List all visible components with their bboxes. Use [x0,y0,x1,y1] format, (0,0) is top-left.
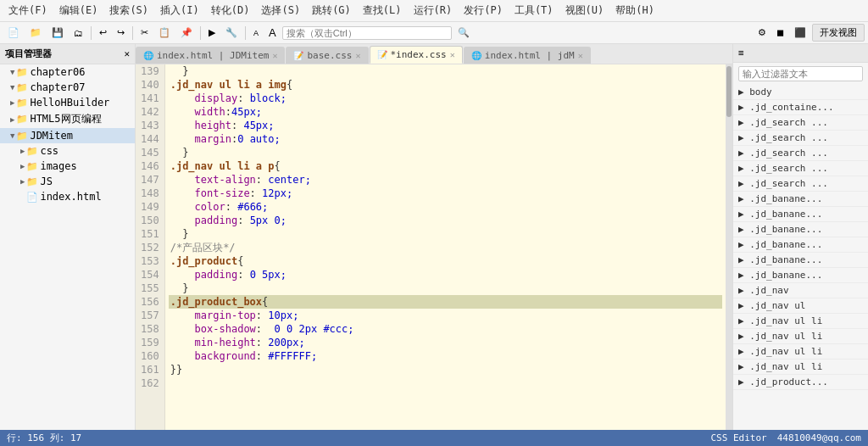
code-line[interactable]: padding: 5px 0; [169,214,722,227]
toolbar-run[interactable]: ▶ [204,25,220,41]
toolbar-copy[interactable]: 📋 [154,25,175,41]
right-panel-item[interactable]: ▶ .jd_nav ul li [733,360,868,375]
right-panel-item[interactable]: ▶ .jd_search ... [733,176,868,192]
toolbar-cut[interactable]: ✂ [136,25,153,41]
right-panel-item[interactable]: ▶ .jd_search ... [733,146,868,161]
menu-run[interactable]: 运行(R) [409,2,458,20]
sidebar-close-icon[interactable]: ✕ [124,48,130,59]
right-panel-item[interactable]: ▶ .jd_banane... [733,253,868,268]
code-line[interactable]: .jd_product{ [169,254,722,268]
menu-jump[interactable]: 跳转(G) [307,2,356,20]
toolbar-extra3[interactable]: ⬛ [790,25,810,41]
right-panel-item[interactable]: ▶ .jd_nav ul [733,298,868,314]
code-line[interactable]: margin:0 auto; [169,132,722,146]
menu-convert[interactable]: 转化(D) [206,2,255,20]
menu-file[interactable]: 文件(F) [3,2,53,20]
code-line[interactable]: background: #FFFFFF; [169,349,722,363]
right-panel-filter-input[interactable] [738,66,863,81]
toolbar-open[interactable]: 📁 [25,25,46,41]
menu-search[interactable]: 搜索(S) [104,2,153,20]
tab-1[interactable]: 📝 base.css ✕ [286,47,368,64]
toolbar-save-all[interactable]: 🗂 [70,25,87,41]
search-input[interactable] [282,26,452,40]
toolbar-extra1[interactable]: ⚙ [754,25,771,41]
scroll-thumb[interactable] [726,66,732,117]
status-right: CSS Editor 44810049@qq.com [710,432,861,443]
toolbar-debug[interactable]: 🔧 [221,25,242,41]
code-line[interactable]: box-shadow: 0 0 2px #ccc; [169,322,722,336]
tab-0[interactable]: 🌐 index.html | JDMitem ✕ [136,47,285,64]
right-panel-item[interactable]: ▶ .jd_nav ul li [733,329,868,344]
tab-close-1[interactable]: ✕ [355,51,360,60]
tab-3[interactable]: 🌐 index.html | jdM ✕ [464,47,591,64]
menu-select[interactable]: 选择(S) [256,2,305,20]
code-content[interactable]: }.jd_nav ul li a img{ display: block; wi… [165,64,726,430]
code-line[interactable]: /*产品区块*/ [169,241,722,254]
right-panel-item[interactable]: ▶ .jd_nav ul li [733,344,868,360]
right-panel-item[interactable]: ▶ .jd_nav [733,283,868,298]
sidebar-item-chapter07[interactable]: ▼ 📁 chapter07 [0,80,135,95]
sidebar-item-indexhtml[interactable]: ▶ 📄 index.html [0,189,135,204]
right-panel-item[interactable]: ▶ .jd_search ... [733,161,868,176]
code-line[interactable]: padding: 0 5px; [169,268,722,282]
menu-help[interactable]: 帮助(H) [610,2,659,20]
menu-insert[interactable]: 插入(I) [155,2,204,20]
toolbar-font-smaller[interactable]: A [249,26,263,40]
line-number: 151 [141,227,159,241]
code-line[interactable]: }} [169,363,722,376]
toolbar-paste[interactable]: 📌 [176,25,197,41]
toolbar-undo[interactable]: ↩ [95,25,111,41]
sidebar-item-css[interactable]: ▶ 📁 css [0,143,135,159]
code-line[interactable]: } [169,64,722,78]
right-panel-item[interactable]: ▶ .jd_nav ul li [733,314,868,329]
tab-2[interactable]: 📝 *index.css ✕ [370,46,463,64]
right-panel-item[interactable]: ▶ .jd_search ... [733,115,868,131]
right-panel-item[interactable]: ▶ body [733,85,868,100]
right-panel-item[interactable]: ▶ .jd_banane... [733,192,868,207]
code-line[interactable]: width:45px; [169,105,722,119]
right-panel-item[interactable]: ▶ .jd_banane... [733,207,868,222]
code-line[interactable]: .jd_product_box{ [169,295,722,309]
code-line[interactable]: min-height: 200px; [169,336,722,349]
right-panel-item[interactable]: ▶ .jd_banane... [733,268,868,283]
toolbar-redo[interactable]: ↪ [113,25,129,41]
menu-find[interactable]: 查找(L) [358,2,407,20]
right-panel-item[interactable]: ▶ .jd_banane... [733,222,868,237]
sidebar-item-js[interactable]: ▶ 📁 JS [0,174,135,189]
code-line[interactable]: display: block; [169,92,722,105]
sidebar-item-images[interactable]: ▶ 📁 images [0,159,135,174]
tab-close-2[interactable]: ✕ [450,50,455,59]
toolbar-extra2[interactable]: ◼ [772,25,788,41]
editor-scrollbar[interactable] [726,64,732,430]
code-line[interactable]: color: #666; [169,200,722,214]
code-line[interactable]: font-size: 12px; [169,187,722,200]
right-panel-item[interactable]: ▶ .jd_product... [733,375,868,390]
right-panel-item[interactable]: ▶ .jd_banane... [733,237,868,253]
right-panel-item[interactable]: ▶ .jd_search ... [733,131,868,146]
sidebar-item-html5[interactable]: ▶ 📁 HTML5网页编程 [0,110,135,128]
code-line[interactable]: margin-top: 10px; [169,309,722,322]
menu-edit[interactable]: 编辑(E) [54,2,103,20]
tab-close-3[interactable]: ✕ [578,51,583,60]
code-line[interactable]: } [169,227,722,241]
code-line[interactable]: height: 45px; [169,119,722,132]
dev-view-button[interactable]: 开发视图 [812,24,865,42]
sidebar-item-hellohbuilder[interactable]: ▶ 📁 HelloHBuilder [0,95,135,110]
toolbar-search-btn[interactable]: 🔍 [453,25,474,41]
code-line[interactable]: .jd_nav ul li a p{ [169,159,722,173]
right-panel-item[interactable]: ▶ .jd_containe... [733,100,868,115]
menu-view[interactable]: 视图(U) [560,2,609,20]
sidebar-item-jdmitem[interactable]: ▼ 📁 JDMitem [0,128,135,143]
code-line[interactable]: .jd_nav ul li a img{ [169,78,722,92]
code-line[interactable]: text-align: center; [169,173,722,187]
toolbar-save[interactable]: 💾 [47,25,68,41]
code-line[interactable]: } [169,282,722,295]
code-line[interactable]: } [169,146,722,159]
toolbar-font-larger[interactable]: A [264,24,281,42]
menu-tools[interactable]: 工具(T) [509,2,559,20]
tab-close-0[interactable]: ✕ [272,51,277,60]
toolbar-new[interactable]: 📄 [3,25,24,41]
sidebar-item-chapter06[interactable]: ▼ 📁 chapter06 [0,64,135,80]
menu-publish[interactable]: 发行(P) [459,2,508,20]
right-panel-header: ≡ [733,44,868,63]
